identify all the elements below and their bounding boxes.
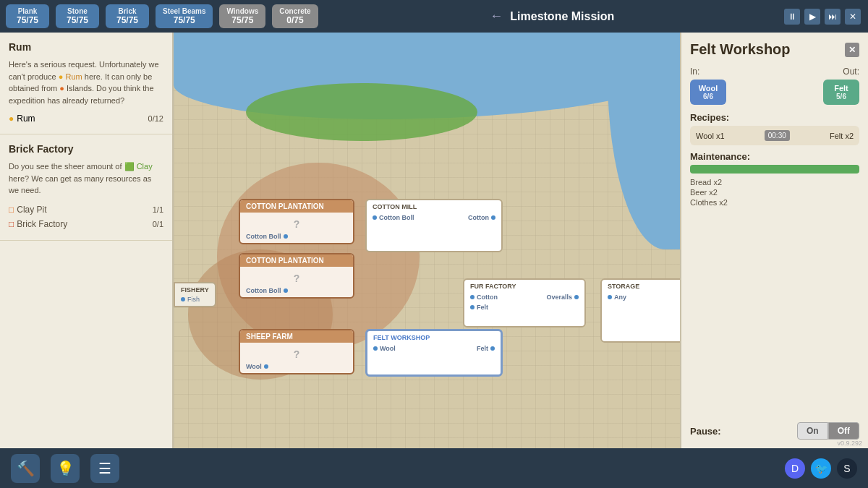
fur-factory-input-cotton: Cotton (470, 294, 498, 301)
menu-button[interactable]: ☰ (90, 454, 119, 483)
cotton-plantation-2-icon: ? (246, 270, 347, 287)
steam-button[interactable]: S (837, 458, 857, 479)
maint-beer: Beer x2 (690, 188, 859, 197)
cotton-mill-node[interactable]: COTTON MILL Cotton Boll Cotton (365, 199, 503, 252)
fur-factory-node[interactable]: FUR FACTORY Cotton Overalls Felt (463, 278, 586, 328)
clay-pit-item: □ Clay Pit 1/1 (9, 202, 163, 217)
rum-progress: 0/12 (148, 114, 163, 123)
in-label: In: (690, 67, 775, 77)
panel-title-text: Felt Workshop (690, 41, 791, 58)
resource-windows: Windows 75/75 (219, 4, 265, 28)
quest-rum-item: ● Rum 0/12 (9, 112, 163, 125)
felt-workshop-input: Wool (373, 345, 396, 352)
pause-off-button[interactable]: Off (828, 422, 859, 440)
resource-steel-beams: Steel Beams 75/75 (156, 4, 213, 28)
fast-forward-button[interactable]: ⏭ (825, 9, 841, 25)
discord-button[interactable]: D (785, 458, 805, 479)
play-button[interactable]: ▶ (804, 9, 820, 25)
storage-input: Any (608, 294, 626, 301)
fur-factory-title: FUR FACTORY (470, 283, 579, 290)
resource-stone: Stone 75/75 (56, 4, 99, 28)
quest-rum-title: Rum (9, 41, 163, 53)
close-mission-button[interactable]: ✕ (845, 9, 861, 25)
brick-factory-item: □ Brick Factory 0/1 (9, 217, 163, 231)
maint-bread: Bread x2 (690, 178, 859, 187)
social-links: D 🐦 S (785, 458, 857, 479)
cotton-plantation-1-icon: ? (246, 215, 347, 233)
fur-factory-input-felt: Felt (470, 302, 579, 312)
input-col: In: Wool 6/6 (690, 67, 775, 105)
cotton-plantation-1-output: Cotton Boll (246, 233, 347, 240)
cotton-plantation-2-header: COTTON PLANTATION (240, 254, 353, 267)
fishery-node[interactable]: FISHERY Fish (174, 282, 216, 307)
sheep-farm-icon: ? (246, 346, 347, 363)
maintenance-bar (690, 165, 859, 174)
recipe-input: Wool x1 (696, 132, 725, 140)
recipes-label: Recipes: (690, 112, 859, 123)
pause-section: Pause: On Off (690, 422, 859, 440)
recipe-output: Felt x2 (830, 132, 854, 140)
recipe-time: 00:30 (765, 130, 790, 141)
clay-pit-dot-icon: □ (9, 205, 14, 215)
felt-workshop-panel: Felt Workshop ✕ In: Wool 6/6 Out: Felt 5… (680, 33, 868, 448)
storage-title: STORAGE (608, 283, 680, 290)
cotton-plantation-1-node[interactable]: COTTON PLANTATION ? Cotton Boll (239, 199, 354, 244)
hammer-button[interactable]: 🔨 (11, 454, 40, 483)
output-resource-name: Felt (834, 84, 848, 93)
sheep-farm-header: SHEEP FARM (240, 330, 353, 343)
cotton-plantation-2-output: Cotton Boll (246, 287, 347, 294)
resource-brick: Brick 75/75 (106, 4, 149, 28)
panel-title-row: Felt Workshop ✕ (690, 41, 859, 58)
lightbulb-button[interactable]: 💡 (51, 454, 80, 483)
quest-brick-description: Do you see the sheer amount of 🟩 Clay he… (9, 160, 163, 197)
input-resource-box: Wool 6/6 (690, 80, 726, 105)
resource-plank: Plank 75/75 (6, 4, 49, 28)
output-resource-box: Felt 5/6 (823, 80, 859, 105)
twitter-button[interactable]: 🐦 (811, 458, 831, 479)
pause-on-button[interactable]: On (797, 422, 828, 440)
quest-brick-factory: Brick Factory Do you see the sheer amoun… (0, 134, 172, 241)
quest-brick-title: Brick Factory (9, 143, 163, 155)
quest-rum: Rum Here's a serious request. Unfortunat… (0, 33, 172, 134)
pause-buttons: On Off (797, 422, 859, 440)
game-map[interactable]: FISHERY Fish COTTON PLANTATION ? Cotton … (174, 33, 680, 488)
panel-close-button[interactable]: ✕ (845, 43, 859, 57)
fur-factory-output-overalls: Overalls (546, 294, 579, 301)
maintenance-label: Maintenance: (690, 151, 859, 162)
bottom-bar: 🔨 💡 ☰ D 🐦 S (0, 448, 868, 488)
storage-node[interactable]: STORAGE Any Any (600, 278, 680, 343)
output-resource-value: 5/6 (836, 93, 846, 100)
rum-dot-icon: ● (9, 114, 14, 124)
left-panel: Rum Here's a serious request. Unfortunat… (0, 33, 174, 448)
nav-back-arrow[interactable]: ← (490, 9, 503, 24)
io-section: In: Wool 6/6 Out: Felt 5/6 (690, 67, 859, 105)
cotton-plantation-2-node[interactable]: COTTON PLANTATION ? Cotton Boll (239, 253, 354, 299)
out-label: Out: (775, 67, 859, 77)
mission-title-bar: ← Limestone Mission (320, 9, 784, 24)
pause-label: Pause: (690, 426, 721, 437)
clay-pit-label: Clay Pit (17, 205, 46, 215)
recipe-row: Wool x1 00:30 Felt x2 (690, 126, 859, 145)
pause-button[interactable]: ⏸ (784, 9, 800, 25)
input-resource-name: Wool (699, 84, 718, 93)
playback-controls: ⏸ ▶ ⏭ ✕ (784, 9, 868, 25)
felt-workshop-output: Felt (477, 345, 495, 352)
rum-label: Rum (17, 114, 35, 124)
mission-title: Limestone Mission (510, 10, 614, 23)
input-resource-value: 6/6 (703, 93, 713, 100)
brick-factory-label: Brick Factory (17, 219, 67, 229)
sheep-farm-node[interactable]: SHEEP FARM ? Wool (239, 329, 354, 374)
version-text: v0.9.292 (837, 440, 862, 447)
fishery-title: FISHERY (181, 286, 209, 294)
fishery-fish-port: Fish (181, 296, 209, 303)
cotton-plantation-1-header: COTTON PLANTATION (240, 200, 353, 213)
maint-clothes: Clothes x2 (690, 198, 859, 207)
sheep-farm-output: Wool (246, 363, 347, 370)
clay-pit-progress: 1/1 (153, 205, 163, 214)
quest-rum-description: Here's a serious request. Unfortunately … (9, 59, 163, 106)
cotton-mill-title: COTTON MILL (373, 203, 495, 210)
felt-workshop-map-node[interactable]: FELT WORKSHOP Wool Felt (365, 329, 503, 377)
brick-factory-progress: 0/1 (153, 220, 163, 228)
resource-concrete: Concrete 0/75 (272, 4, 318, 28)
topbar: Plank 75/75 Stone 75/75 Brick 75/75 Stee… (0, 0, 868, 33)
